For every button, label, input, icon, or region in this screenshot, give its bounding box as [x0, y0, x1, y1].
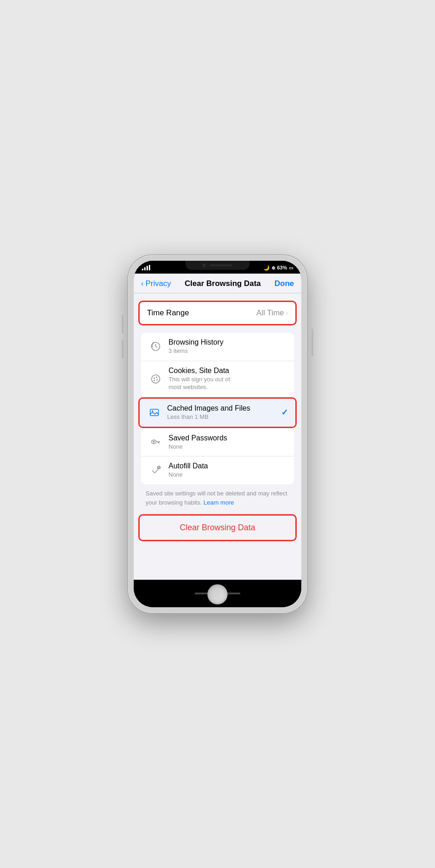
camera — [202, 264, 206, 267]
cookies-subtitle: This will sign you out ofmost websites. — [169, 376, 287, 391]
history-icon — [148, 339, 163, 354]
extra-items-card: Saved Passwords None — [141, 429, 294, 485]
phone-frame: 14:59 🌙 ⊕ 63% ▭ ‹ Privacy Clear Browsing… — [128, 255, 307, 613]
signal-bar-4 — [149, 265, 150, 270]
cached-card-wrapper: Cached Images and Files Less than 1 MB ✓ — [138, 397, 297, 428]
password-icon — [148, 435, 163, 450]
svg-rect-6 — [150, 409, 158, 416]
volume-down-button — [122, 340, 124, 358]
list-item[interactable]: Cookies, Site Data This will sign you ou… — [141, 361, 294, 397]
cached-title: Cached Images and Files — [167, 404, 281, 412]
autofill-icon — [148, 463, 163, 478]
cached-card[interactable]: Cached Images and Files Less than 1 MB ✓ — [138, 397, 297, 428]
svg-point-3 — [156, 376, 158, 378]
status-left — [142, 265, 150, 270]
notch — [185, 261, 250, 270]
time-range-chevron-icon: › — [286, 309, 288, 317]
back-chevron-icon: ‹ — [141, 279, 144, 288]
cookies-content: Cookies, Site Data This will sign you ou… — [169, 367, 287, 391]
learn-more-link[interactable]: Learn more — [203, 499, 234, 506]
time-range-card[interactable]: Time Range All Time › — [138, 301, 297, 325]
autofill-title: Autofill Data — [169, 462, 287, 470]
cached-row[interactable]: Cached Images and Files Less than 1 MB ✓ — [140, 399, 295, 427]
signal-bar-1 — [142, 269, 143, 270]
browsing-history-subtitle: 3 items — [169, 347, 287, 355]
browsing-history-title: Browsing History — [169, 338, 287, 346]
done-button[interactable]: Done — [274, 279, 294, 288]
speaker — [210, 264, 233, 266]
clear-browsing-data-button[interactable]: Clear Browsing Data — [140, 516, 295, 540]
status-right: 🌙 ⊕ 63% ▭ — [263, 265, 293, 271]
cached-icon — [147, 405, 162, 420]
clear-button-container: Clear Browsing Data — [138, 514, 297, 541]
svg-point-5 — [154, 379, 155, 381]
cached-checkmark: ✓ — [281, 407, 288, 418]
scroll-area[interactable]: Time Range All Time › — [134, 293, 301, 580]
passwords-subtitle: None — [169, 443, 287, 451]
power-button — [311, 329, 313, 356]
passwords-title: Saved Passwords — [169, 434, 287, 442]
autofill-subtitle: None — [169, 471, 287, 479]
page-title: Clear Browsing Data — [185, 279, 261, 288]
data-items-card: Browsing History 3 items — [141, 333, 294, 397]
list-item[interactable]: Autofill Data None — [141, 456, 294, 484]
phone-screen: 14:59 🌙 ⊕ 63% ▭ ‹ Privacy Clear Browsing… — [134, 261, 301, 607]
cached-content: Cached Images and Files Less than 1 MB — [167, 404, 281, 421]
back-button[interactable]: ‹ Privacy — [141, 279, 171, 288]
screen-content: ‹ Privacy Clear Browsing Data Done Time … — [134, 274, 301, 580]
list-item[interactable]: Browsing History 3 items — [141, 333, 294, 361]
info-text: Saved site settings will not be deleted … — [134, 484, 301, 514]
signal-icon — [142, 265, 150, 270]
time-range-label: Time Range — [147, 308, 189, 318]
svg-point-9 — [153, 441, 155, 443]
navigation-bar: ‹ Privacy Clear Browsing Data Done — [134, 274, 301, 293]
time-range-value-text: All Time — [256, 308, 284, 318]
checkmark-icon: ✓ — [281, 407, 288, 418]
battery-percent: 63% — [277, 265, 287, 270]
time-range-row[interactable]: Time Range All Time › — [140, 302, 295, 324]
svg-point-2 — [154, 377, 155, 379]
location-icon: ⊕ — [272, 265, 275, 270]
back-label: Privacy — [146, 279, 171, 288]
browsing-history-content: Browsing History 3 items — [169, 338, 287, 355]
list-item[interactable]: Saved Passwords None — [141, 429, 294, 457]
cached-subtitle: Less than 1 MB — [167, 413, 281, 421]
moon-icon: 🌙 — [263, 265, 270, 271]
cookies-title: Cookies, Site Data — [169, 367, 287, 375]
passwords-content: Saved Passwords None — [169, 434, 287, 451]
time-range-value[interactable]: All Time › — [256, 308, 288, 318]
signal-bar-3 — [147, 266, 148, 270]
autofill-content: Autofill Data None — [169, 462, 287, 479]
svg-point-1 — [152, 375, 160, 383]
svg-point-4 — [157, 379, 158, 380]
battery-icon: ▭ — [289, 265, 293, 270]
volume-up-button — [122, 315, 124, 333]
cookies-icon — [148, 372, 163, 386]
home-button[interactable] — [207, 584, 228, 604]
svg-point-7 — [152, 411, 153, 412]
signal-bar-2 — [144, 267, 146, 270]
